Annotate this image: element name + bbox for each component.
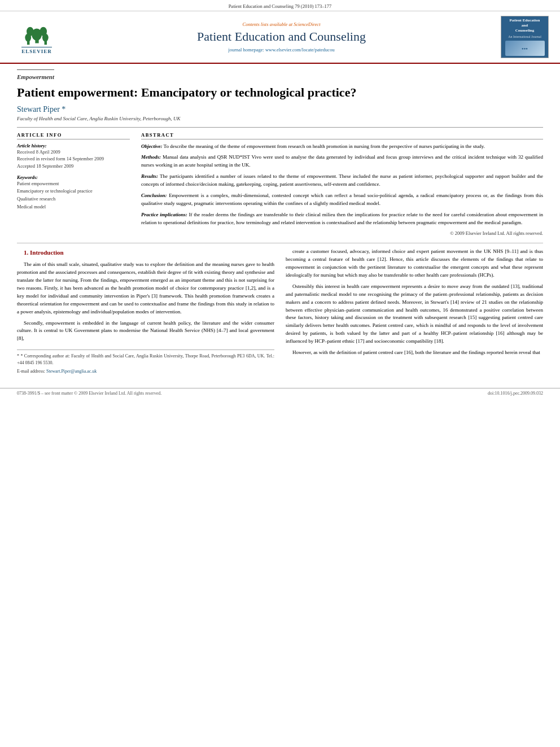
cover-subtitle: An International Journal [508,35,541,38]
journal-title: Patient Education and Counseling [62,29,501,44]
body-col2-p3: However, as with the definition of patie… [286,349,543,357]
conclusion-text: Empowerment is a complex, multi-dimensio… [141,193,543,206]
abstract-methods: Methods: Manual data analysis and QSR NU… [141,154,543,169]
keyword-3: Qualitative research [17,195,130,203]
authors: Stewart Piper * [17,105,543,114]
copyright: © 2009 Elsevier Ireland Ltd. All rights … [141,230,543,236]
journal-cover-image: Patient EducationandCounseling An Intern… [501,16,549,58]
svg-point-5 [42,33,48,41]
body-content: 1. Introduction The aim of this small sc… [17,248,543,377]
journal-header: ELSEVIER Contents lists available at Sci… [0,11,560,64]
body-col2-p2: Ostensibly this interest in health care … [286,283,543,346]
results-label: Results: [141,173,158,179]
affiliation: Faculty of Health and Social Care, Angli… [17,116,543,121]
footnotes: * * Corresponding author at: Faculty of … [17,350,274,375]
homepage-url[interactable]: www.elsevier.com/locate/pateducou [265,47,335,53]
keywords-section: Keywords: Patient empowerment Emancipato… [17,174,130,211]
objective-label: Objective: [141,143,162,149]
practice-text: If the reader deems the findings are tra… [141,212,543,225]
methods-label: Methods: [141,154,161,160]
cover-image-decoration: ●●● [505,41,545,56]
keyword-4: Medical model [17,203,130,211]
conclusion-label: Conclusion: [141,193,167,198]
keyword-2: Emancipatory or technological practice [17,187,130,195]
body-col-left: 1. Introduction The aim of this small sc… [17,248,274,377]
footnote-corresponding: * * Corresponding author at: Faculty of … [17,353,274,366]
main-content: Empowerment Patient empowerment: Emancip… [0,64,560,382]
journal-center: Contents lists available at ScienceDirec… [62,21,501,52]
accepted-date: Accepted 18 September 2009 [17,163,130,170]
abstract-column: ABSTRACT Objective: To describe the mean… [141,132,543,236]
keywords-label: Keywords: [17,174,130,180]
svg-point-4 [25,33,31,41]
sciencedirect-text[interactable]: ScienceDirect [294,21,320,27]
footnote-email: E-mail address: Stewart.Piper@anglia.ac.… [17,368,274,375]
footnote-corresponding-label: * Corresponding author at: [20,353,69,359]
footnote-email-address[interactable]: Stewart.Piper@anglia.ac.uk [46,369,97,374]
article-info-column: ARTICLE INFO Article history: Received 8… [17,132,130,236]
svg-rect-6 [27,41,29,45]
abstract-conclusion: Conclusion: Empowerment is a complex, mu… [141,192,543,208]
journal-homepage: journal homepage: www.elsevier.com/locat… [62,47,501,53]
history-label: Article history: [17,143,130,148]
section-divider [17,243,543,243]
issn-copyright: 0738-3991/$ – see front matter © 2009 El… [17,391,161,396]
methods-text: Manual data analysis and QSR NUD*IST Viv… [141,154,543,168]
footnote-email-label: E-mail address: [17,369,45,374]
abstract-header: ABSTRACT [141,132,543,139]
body-col2-p1: create a customer focused, advocacy, inf… [286,248,543,279]
elsevier-brand-text: ELSEVIER [21,47,52,54]
objective-text: To describe the meaning of the theme of … [164,143,485,149]
body-col1-p1: The aim of this small scale, situated, q… [17,261,274,316]
author-name: Stewart Piper * [17,105,65,113]
section1-title: 1. Introduction [17,248,274,257]
body-col1-p2: Secondly, empowerment is embedded in the… [17,320,274,343]
svg-rect-7 [44,41,47,45]
results-text: The participants identified a number of … [141,173,543,187]
received-date: Received 8 April 2009 [17,148,130,156]
article-info-abstract-section: ARTICLE INFO Article history: Received 8… [17,127,543,236]
article-title: Patient empowerment: Emancipatory or tec… [17,85,543,101]
article-info-header: ARTICLE INFO [17,132,130,139]
doi: doi:10.1016/j.pec.2009.09.032 [488,391,543,396]
revised-date: Received in revised form 14 September 20… [17,155,130,163]
sciencedirect-link: Contents lists available at ScienceDirec… [62,21,501,27]
top-bar: Patient Education and Counseling 79 (201… [0,0,560,11]
elsevier-logo: ELSEVIER [11,20,62,54]
cover-title: Patient EducationandCounseling [510,18,540,33]
abstract-results: Results: The participants identified a n… [141,173,543,189]
elsevier-tree-icon [21,20,53,46]
practice-label: Practice implications: [141,212,187,217]
article-type: Empowerment [17,69,54,80]
body-col-right: create a customer focused, advocacy, inf… [286,248,543,377]
abstract-objective: Objective: To describe the meaning of th… [141,143,543,151]
bottom-bar: 0738-3991/$ – see front matter © 2009 El… [0,388,560,398]
abstract-practice: Practice implications: If the reader dee… [141,211,543,227]
keyword-1: Patient empowerment [17,180,130,188]
journal-citation: Patient Education and Counseling 79 (201… [229,3,332,9]
